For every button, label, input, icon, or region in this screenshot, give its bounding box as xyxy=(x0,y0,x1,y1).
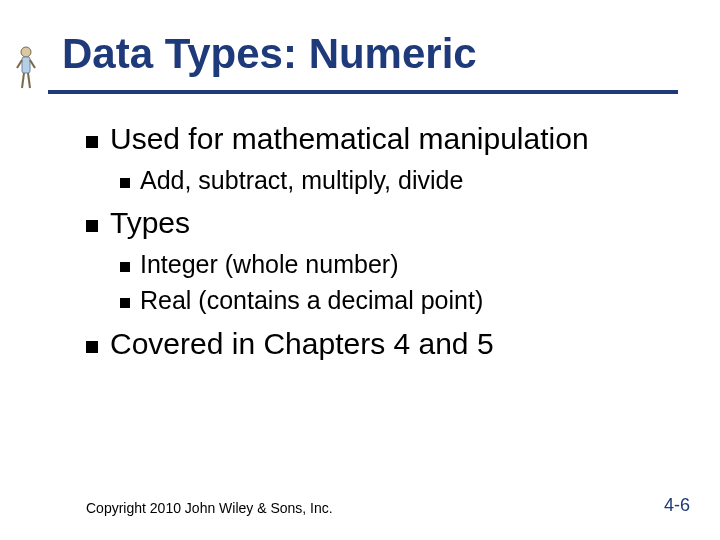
bullet-text: Types xyxy=(110,206,190,239)
bullet-icon xyxy=(120,298,130,308)
slide-body: Used for mathematical manipulation Add, … xyxy=(86,112,666,368)
bullet-icon xyxy=(120,262,130,272)
bullet-level1: Types xyxy=(86,204,666,242)
bullet-text: Covered in Chapters 4 and 5 xyxy=(110,327,494,360)
bullet-text: Used for mathematical manipulation xyxy=(110,122,589,155)
bullet-icon xyxy=(86,341,98,353)
bullet-level1: Used for mathematical manipulation xyxy=(86,120,666,158)
bullet-level2: Add, subtract, multiply, divide xyxy=(120,164,666,197)
bullet-icon xyxy=(120,178,130,188)
title-underline xyxy=(48,90,678,94)
svg-rect-1 xyxy=(22,57,30,73)
copyright-text: Copyright 2010 John Wiley & Sons, Inc. xyxy=(86,500,333,516)
bullet-level2: Real (contains a decimal point) xyxy=(120,284,666,317)
svg-line-3 xyxy=(30,60,35,68)
svg-line-4 xyxy=(22,73,24,88)
svg-line-5 xyxy=(28,73,30,88)
bullet-icon xyxy=(86,136,98,148)
bullet-icon xyxy=(86,220,98,232)
bullet-text: Real (contains a decimal point) xyxy=(140,286,483,314)
slide: Data Types: Numeric Used for mathematica… xyxy=(0,0,720,540)
bullet-text: Integer (whole number) xyxy=(140,250,398,278)
svg-point-0 xyxy=(21,47,31,57)
slide-title: Data Types: Numeric xyxy=(62,30,477,78)
mascot-icon xyxy=(14,44,38,92)
svg-line-2 xyxy=(17,60,22,68)
page-number: 4-6 xyxy=(664,495,690,516)
bullet-text: Add, subtract, multiply, divide xyxy=(140,166,463,194)
bullet-level1: Covered in Chapters 4 and 5 xyxy=(86,325,666,363)
bullet-level2: Integer (whole number) xyxy=(120,248,666,281)
